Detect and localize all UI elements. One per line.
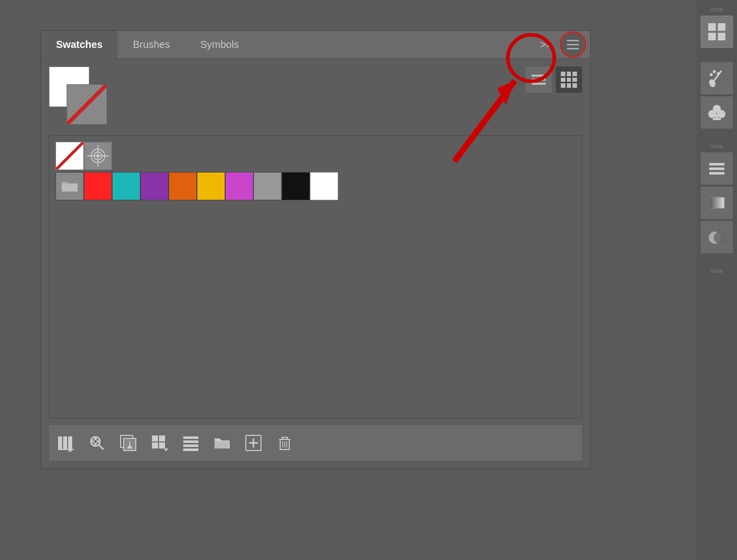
place-swatch-button[interactable] <box>120 434 137 452</box>
panel-menu-button[interactable] <box>560 31 586 58</box>
svg-point-17 <box>91 440 93 442</box>
svg-rect-11 <box>68 436 72 450</box>
sidebar-clubs-icon <box>707 103 726 122</box>
svg-line-0 <box>67 85 107 124</box>
find-field-button[interactable] <box>88 434 106 452</box>
swatch-red[interactable] <box>84 172 112 200</box>
sidebar-transparency-icon <box>707 228 726 247</box>
color-indicators-row <box>49 67 582 127</box>
tab-overflow[interactable]: >> <box>532 39 560 50</box>
svg-rect-25 <box>152 435 158 441</box>
svg-rect-26 <box>159 435 165 441</box>
tab-brushes[interactable]: Brushes <box>118 31 185 58</box>
sidebar-divider-top: |||||||| <box>702 7 732 12</box>
svg-rect-32 <box>183 444 198 447</box>
sidebar-divider-middle: |||||||| <box>702 144 732 148</box>
svg-rect-31 <box>183 440 198 443</box>
swatch-registration[interactable] <box>84 142 112 170</box>
svg-rect-33 <box>183 449 198 451</box>
sidebar-symbols-button[interactable] <box>701 96 733 129</box>
svg-rect-49 <box>718 33 725 40</box>
special-swatches-row <box>56 142 575 170</box>
sidebar-transparency-button[interactable] <box>701 221 733 253</box>
swatch-white[interactable] <box>310 172 338 200</box>
tab-swatches[interactable]: Swatches <box>41 31 118 58</box>
tab-bar: Swatches Brushes Symbols >> <box>41 31 590 59</box>
place-swatch-icon <box>120 434 137 452</box>
swatch-magenta[interactable] <box>225 172 253 200</box>
svg-rect-46 <box>708 23 716 31</box>
swatch-libraries-button[interactable] <box>57 434 74 452</box>
sidebar-list-button[interactable] <box>701 152 733 185</box>
registration-swatch-icon <box>84 142 112 170</box>
svg-line-15 <box>98 444 103 450</box>
stroke-indicator[interactable] <box>67 84 107 125</box>
right-sidebar: |||||||| <box>697 0 737 560</box>
swatch-orange[interactable] <box>169 172 197 200</box>
sidebar-gradient-icon <box>707 193 726 212</box>
svg-rect-10 <box>63 436 67 450</box>
sidebar-gradient-button[interactable] <box>701 187 733 219</box>
sidebar-brushes-button[interactable] <box>701 62 733 94</box>
list-view-toolbar-button[interactable] <box>182 434 199 452</box>
svg-marker-29 <box>164 449 168 452</box>
swatches-toolbar <box>49 424 582 461</box>
swatch-cyan[interactable] <box>112 172 140 200</box>
panel-content <box>41 59 590 469</box>
sidebar-divider-bottom: |||||||| <box>702 268 732 273</box>
none-swatch-icon <box>56 142 83 170</box>
svg-point-56 <box>708 110 716 118</box>
swatch-folder[interactable] <box>56 172 84 200</box>
list-view-toolbar-icon <box>182 434 199 452</box>
svg-rect-30 <box>183 436 198 439</box>
libraries-icon <box>57 434 74 452</box>
svg-rect-47 <box>718 23 725 31</box>
svg-point-53 <box>713 70 716 73</box>
svg-point-19 <box>94 437 96 439</box>
swatch-groups-button[interactable] <box>151 434 168 452</box>
sidebar-grid-icon <box>707 22 726 41</box>
svg-rect-28 <box>159 442 165 449</box>
sidebar-list-icon <box>707 159 726 178</box>
svg-rect-48 <box>708 33 716 40</box>
svg-point-65 <box>714 232 726 244</box>
folder-icon <box>61 179 79 193</box>
swatch-none[interactable] <box>56 142 84 170</box>
grid-view-button[interactable] <box>556 67 582 93</box>
new-swatch-button[interactable] <box>245 434 262 452</box>
color-indicator-boxes <box>49 67 110 127</box>
new-swatch-icon <box>245 434 262 452</box>
view-controls <box>525 67 582 93</box>
sidebar-swatches-button[interactable] <box>701 16 733 48</box>
list-view-icon <box>532 75 546 85</box>
sidebar-brush-icon <box>707 69 726 88</box>
svg-point-52 <box>710 73 713 76</box>
swatches-area <box>49 135 582 418</box>
delete-swatch-button[interactable] <box>276 434 293 452</box>
swatch-black[interactable] <box>282 172 310 200</box>
svg-point-20 <box>94 443 96 445</box>
swatch-gray[interactable] <box>253 172 282 200</box>
svg-rect-62 <box>709 172 724 175</box>
tab-symbols[interactable]: Symbols <box>185 31 254 58</box>
hamburger-icon <box>567 40 579 49</box>
trash-icon <box>276 434 293 452</box>
svg-point-54 <box>717 72 720 75</box>
swatch-yellow[interactable] <box>197 172 225 200</box>
svg-rect-59 <box>713 118 721 120</box>
open-library-button[interactable] <box>214 434 231 452</box>
open-folder-icon <box>214 434 231 452</box>
search-icon <box>88 434 106 452</box>
svg-rect-9 <box>58 436 62 450</box>
swatch-purple[interactable] <box>140 172 169 200</box>
svg-point-18 <box>97 440 99 442</box>
color-swatches-row <box>56 172 575 200</box>
list-view-button[interactable] <box>525 67 552 93</box>
svg-rect-61 <box>709 167 724 170</box>
svg-point-57 <box>717 110 725 118</box>
stroke-slash-icon <box>67 85 107 124</box>
swatch-groups-icon <box>151 434 168 452</box>
swatches-panel: Swatches Brushes Symbols >> <box>40 30 591 469</box>
svg-point-16 <box>93 439 97 443</box>
grid-view-icon <box>561 72 577 88</box>
